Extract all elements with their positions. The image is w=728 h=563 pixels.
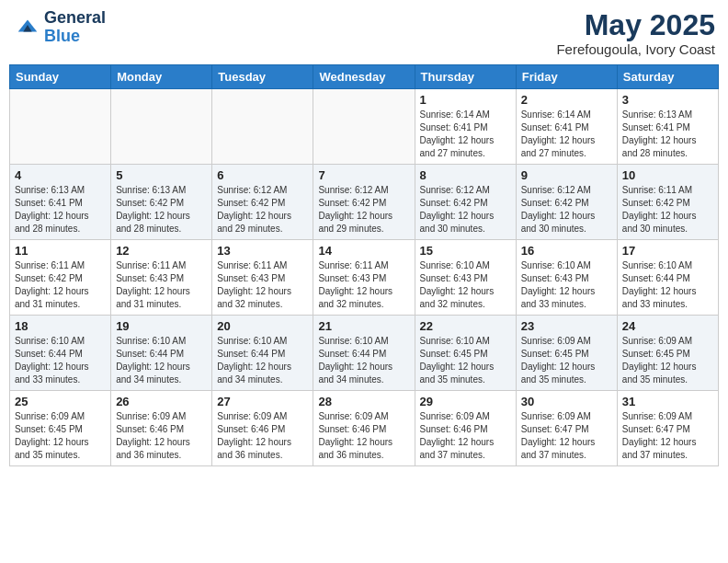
logo: General Blue bbox=[13, 9, 106, 46]
day-number: 7 bbox=[318, 168, 409, 182]
day-number: 6 bbox=[217, 168, 308, 182]
day-number: 2 bbox=[521, 93, 612, 107]
calendar-day-cell: 4Sunrise: 6:13 AMSunset: 6:41 PMDaylight… bbox=[10, 165, 111, 240]
day-number: 16 bbox=[521, 244, 612, 258]
day-number: 13 bbox=[217, 244, 308, 258]
day-number: 20 bbox=[217, 319, 308, 333]
calendar-day-cell: 25Sunrise: 6:09 AMSunset: 6:45 PMDayligh… bbox=[10, 391, 111, 466]
day-info: Sunrise: 6:12 AMSunset: 6:42 PMDaylight:… bbox=[217, 184, 308, 236]
calendar-header-saturday: Saturday bbox=[617, 65, 718, 89]
day-info: Sunrise: 6:09 AMSunset: 6:46 PMDaylight:… bbox=[217, 410, 308, 462]
logo-general: General bbox=[44, 8, 106, 27]
calendar-day-cell bbox=[111, 89, 212, 165]
calendar-day-cell bbox=[313, 89, 415, 165]
day-info: Sunrise: 6:14 AMSunset: 6:41 PMDaylight:… bbox=[521, 109, 612, 160]
day-number: 4 bbox=[15, 168, 106, 182]
calendar-day-cell: 17Sunrise: 6:10 AMSunset: 6:44 PMDayligh… bbox=[617, 240, 718, 316]
calendar-day-cell: 22Sunrise: 6:10 AMSunset: 6:45 PMDayligh… bbox=[415, 316, 516, 391]
calendar-day-cell: 29Sunrise: 6:09 AMSunset: 6:46 PMDayligh… bbox=[415, 391, 516, 466]
day-number: 25 bbox=[15, 395, 106, 408]
calendar-day-cell bbox=[10, 89, 111, 165]
day-number: 26 bbox=[116, 395, 207, 408]
day-number: 1 bbox=[420, 93, 511, 107]
calendar-day-cell: 23Sunrise: 6:09 AMSunset: 6:45 PMDayligh… bbox=[516, 316, 617, 391]
calendar-week-row: 1Sunrise: 6:14 AMSunset: 6:41 PMDaylight… bbox=[10, 89, 719, 165]
calendar-header-thursday: Thursday bbox=[415, 65, 516, 89]
calendar-day-cell: 5Sunrise: 6:13 AMSunset: 6:42 PMDaylight… bbox=[111, 165, 212, 240]
day-number: 11 bbox=[15, 244, 106, 258]
day-info: Sunrise: 6:10 AMSunset: 6:44 PMDaylight:… bbox=[622, 259, 713, 311]
day-number: 30 bbox=[521, 395, 612, 408]
calendar-day-cell: 3Sunrise: 6:13 AMSunset: 6:41 PMDaylight… bbox=[617, 89, 718, 165]
day-number: 27 bbox=[217, 395, 308, 408]
day-info: Sunrise: 6:10 AMSunset: 6:44 PMDaylight:… bbox=[318, 335, 409, 386]
day-info: Sunrise: 6:09 AMSunset: 6:46 PMDaylight:… bbox=[116, 410, 207, 462]
day-number: 15 bbox=[420, 244, 511, 258]
day-info: Sunrise: 6:09 AMSunset: 6:45 PMDaylight:… bbox=[622, 335, 713, 386]
calendar-day-cell: 6Sunrise: 6:12 AMSunset: 6:42 PMDaylight… bbox=[212, 165, 313, 240]
day-number: 9 bbox=[521, 168, 612, 182]
day-info: Sunrise: 6:09 AMSunset: 6:47 PMDaylight:… bbox=[622, 410, 713, 462]
calendar-day-cell: 28Sunrise: 6:09 AMSunset: 6:46 PMDayligh… bbox=[313, 391, 415, 466]
day-info: Sunrise: 6:09 AMSunset: 6:47 PMDaylight:… bbox=[521, 410, 612, 462]
day-number: 28 bbox=[318, 395, 409, 408]
calendar-day-cell: 7Sunrise: 6:12 AMSunset: 6:42 PMDaylight… bbox=[313, 165, 415, 240]
calendar-day-cell: 26Sunrise: 6:09 AMSunset: 6:46 PMDayligh… bbox=[111, 391, 212, 466]
calendar-day-cell: 14Sunrise: 6:11 AMSunset: 6:43 PMDayligh… bbox=[313, 240, 415, 316]
logo-icon bbox=[15, 13, 40, 39]
calendar-table: SundayMondayTuesdayWednesdayThursdayFrid… bbox=[9, 64, 719, 466]
day-info: Sunrise: 6:14 AMSunset: 6:41 PMDaylight:… bbox=[420, 109, 511, 160]
calendar-day-cell: 30Sunrise: 6:09 AMSunset: 6:47 PMDayligh… bbox=[516, 391, 617, 466]
calendar-day-cell: 9Sunrise: 6:12 AMSunset: 6:42 PMDaylight… bbox=[516, 165, 617, 240]
calendar-day-cell: 27Sunrise: 6:09 AMSunset: 6:46 PMDayligh… bbox=[212, 391, 313, 466]
day-info: Sunrise: 6:11 AMSunset: 6:42 PMDaylight:… bbox=[15, 259, 106, 311]
day-info: Sunrise: 6:11 AMSunset: 6:43 PMDaylight:… bbox=[318, 259, 409, 311]
page-header: General Blue May 2025 Ferefougoula, Ivor… bbox=[9, 9, 719, 57]
day-info: Sunrise: 6:10 AMSunset: 6:45 PMDaylight:… bbox=[420, 335, 511, 386]
day-number: 14 bbox=[318, 244, 409, 258]
calendar-header-sunday: Sunday bbox=[10, 65, 111, 89]
calendar-day-cell: 15Sunrise: 6:10 AMSunset: 6:43 PMDayligh… bbox=[415, 240, 516, 316]
calendar-day-cell bbox=[212, 89, 313, 165]
calendar-week-row: 11Sunrise: 6:11 AMSunset: 6:42 PMDayligh… bbox=[10, 240, 719, 316]
day-number: 29 bbox=[420, 395, 511, 408]
calendar-day-cell: 20Sunrise: 6:10 AMSunset: 6:44 PMDayligh… bbox=[212, 316, 313, 391]
day-info: Sunrise: 6:09 AMSunset: 6:46 PMDaylight:… bbox=[318, 410, 409, 462]
logo-blue: Blue bbox=[44, 27, 80, 45]
location: Ferefougoula, Ivory Coast bbox=[556, 41, 715, 57]
day-info: Sunrise: 6:12 AMSunset: 6:42 PMDaylight:… bbox=[318, 184, 409, 236]
day-number: 12 bbox=[116, 244, 207, 258]
calendar-day-cell: 11Sunrise: 6:11 AMSunset: 6:42 PMDayligh… bbox=[10, 240, 111, 316]
day-number: 8 bbox=[420, 168, 511, 182]
calendar-day-cell: 16Sunrise: 6:10 AMSunset: 6:43 PMDayligh… bbox=[516, 240, 617, 316]
day-info: Sunrise: 6:11 AMSunset: 6:43 PMDaylight:… bbox=[217, 259, 308, 311]
day-info: Sunrise: 6:10 AMSunset: 6:44 PMDaylight:… bbox=[217, 335, 308, 386]
calendar-day-cell: 21Sunrise: 6:10 AMSunset: 6:44 PMDayligh… bbox=[313, 316, 415, 391]
day-info: Sunrise: 6:09 AMSunset: 6:46 PMDaylight:… bbox=[420, 410, 511, 462]
calendar-day-cell: 2Sunrise: 6:14 AMSunset: 6:41 PMDaylight… bbox=[516, 89, 617, 165]
logo-text: General Blue bbox=[44, 9, 106, 46]
calendar-day-cell: 24Sunrise: 6:09 AMSunset: 6:45 PMDayligh… bbox=[617, 316, 718, 391]
calendar-day-cell: 18Sunrise: 6:10 AMSunset: 6:44 PMDayligh… bbox=[10, 316, 111, 391]
calendar-day-cell: 1Sunrise: 6:14 AMSunset: 6:41 PMDaylight… bbox=[415, 89, 516, 165]
day-info: Sunrise: 6:10 AMSunset: 6:44 PMDaylight:… bbox=[116, 335, 207, 386]
day-info: Sunrise: 6:11 AMSunset: 6:42 PMDaylight:… bbox=[622, 184, 713, 236]
day-number: 22 bbox=[420, 319, 511, 333]
day-info: Sunrise: 6:10 AMSunset: 6:43 PMDaylight:… bbox=[420, 259, 511, 311]
title-block: May 2025 Ferefougoula, Ivory Coast bbox=[556, 9, 715, 57]
day-number: 5 bbox=[116, 168, 207, 182]
day-number: 3 bbox=[622, 93, 713, 107]
day-number: 19 bbox=[116, 319, 207, 333]
calendar-header-tuesday: Tuesday bbox=[212, 65, 313, 89]
calendar-header-wednesday: Wednesday bbox=[313, 65, 415, 89]
day-info: Sunrise: 6:10 AMSunset: 6:44 PMDaylight:… bbox=[15, 335, 106, 386]
calendar-week-row: 18Sunrise: 6:10 AMSunset: 6:44 PMDayligh… bbox=[10, 316, 719, 391]
calendar-day-cell: 19Sunrise: 6:10 AMSunset: 6:44 PMDayligh… bbox=[111, 316, 212, 391]
day-number: 31 bbox=[622, 395, 713, 408]
calendar-week-row: 25Sunrise: 6:09 AMSunset: 6:45 PMDayligh… bbox=[10, 391, 719, 466]
day-info: Sunrise: 6:12 AMSunset: 6:42 PMDaylight:… bbox=[521, 184, 612, 236]
month-year: May 2025 bbox=[556, 9, 715, 41]
day-number: 18 bbox=[15, 319, 106, 333]
calendar-header-row: SundayMondayTuesdayWednesdayThursdayFrid… bbox=[10, 65, 719, 89]
day-info: Sunrise: 6:12 AMSunset: 6:42 PMDaylight:… bbox=[420, 184, 511, 236]
